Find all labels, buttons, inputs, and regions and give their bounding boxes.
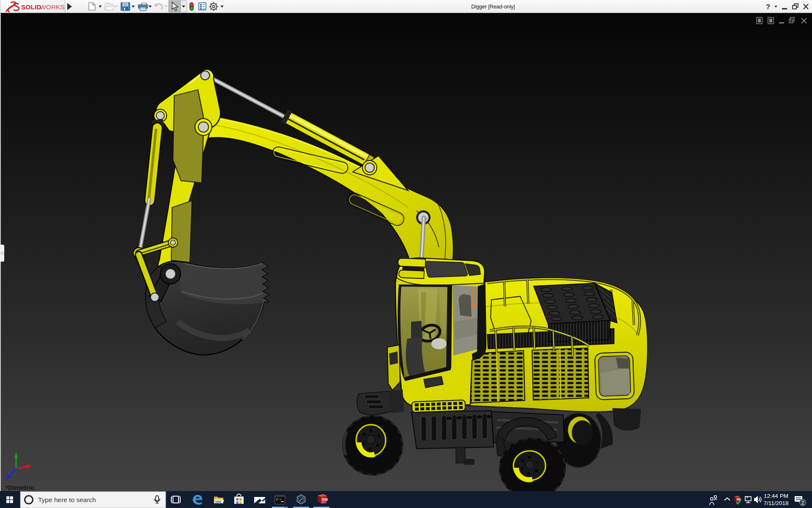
svg-text:12:44 PM: 12:44 PM: [764, 493, 788, 499]
svg-text:2: 2: [801, 500, 804, 506]
svg-text:7/11/2018: 7/11/2018: [763, 500, 788, 506]
svg-text:SOLID: SOLID: [21, 3, 41, 11]
svg-text:WORKS: WORKS: [40, 3, 65, 11]
svg-text:C:\: C:\: [276, 498, 282, 501]
svg-text:*Dimetric: *Dimetric: [5, 484, 34, 491]
svg-text:?: ?: [766, 3, 770, 11]
svg-text:Digger [Read-only]: Digger [Read-only]: [471, 4, 515, 10]
svg-text:z: z: [8, 471, 11, 476]
svg-text:Type here to search: Type here to search: [38, 496, 96, 503]
svg-text:2017: 2017: [321, 501, 326, 504]
